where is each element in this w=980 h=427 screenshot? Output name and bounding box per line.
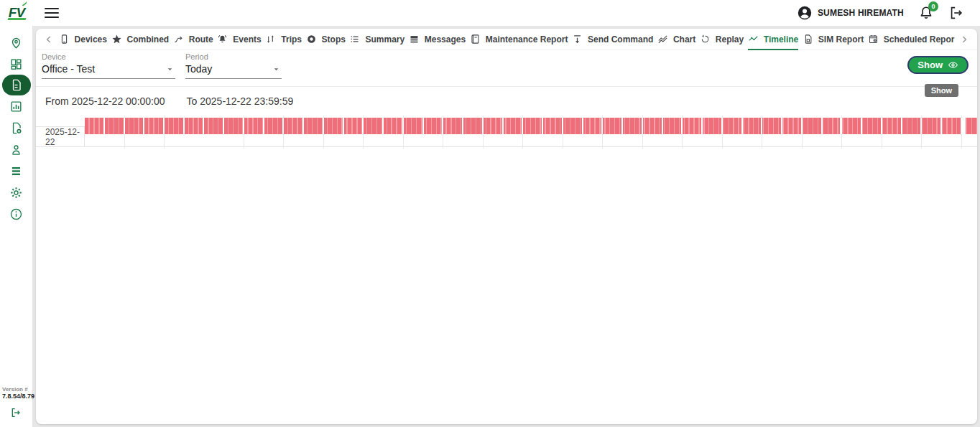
send-command-icon bbox=[572, 34, 583, 44]
version-info: Version # 7.8.54/8.79 bbox=[2, 386, 34, 400]
tab-label: Replay bbox=[716, 34, 744, 44]
combined-icon bbox=[111, 34, 122, 44]
chevron-down-icon bbox=[272, 65, 280, 73]
info-icon bbox=[9, 207, 23, 221]
gear-icon bbox=[9, 186, 23, 200]
period-select-value: Today bbox=[185, 63, 212, 75]
main-background: Devices Combined Route Events Trips Stop… bbox=[33, 26, 980, 427]
pin-icon bbox=[9, 36, 23, 50]
timeline-activity-bar bbox=[85, 118, 977, 134]
avatar-icon bbox=[797, 5, 813, 21]
tab-chart[interactable]: Chart bbox=[657, 29, 695, 50]
user-menu[interactable]: SUMESH HIREMATH bbox=[797, 5, 904, 21]
tab-label: Events bbox=[233, 34, 261, 44]
tab-label: SIM Report bbox=[818, 34, 864, 44]
tab-scheduled-repor[interactable]: Scheduled Repor bbox=[868, 29, 955, 50]
tab-sim-report[interactable]: SIM Report bbox=[803, 29, 864, 50]
tab-label: Maintenance Report bbox=[486, 34, 568, 44]
user-name: SUMESH HIREMATH bbox=[818, 8, 904, 18]
tab-replay[interactable]: Replay bbox=[700, 29, 744, 50]
tab-label: Messages bbox=[425, 34, 466, 44]
eye-icon bbox=[948, 60, 958, 70]
sidebar-item-account[interactable] bbox=[2, 139, 31, 160]
devices-icon bbox=[59, 34, 70, 44]
version-label: Version # bbox=[2, 386, 34, 393]
report-gear-icon bbox=[9, 121, 23, 135]
timeline-date-label: 2025-12-22 bbox=[36, 127, 85, 146]
tab-label: Scheduled Repor bbox=[884, 34, 955, 44]
tab-timeline[interactable]: Timeline bbox=[748, 29, 798, 50]
tab-label: Stops bbox=[322, 34, 346, 44]
menu-toggle-icon[interactable] bbox=[45, 5, 59, 21]
document-icon bbox=[9, 78, 23, 92]
tab-messages[interactable]: Messages bbox=[409, 29, 466, 50]
app-logo[interactable]: FV bbox=[0, 0, 33, 26]
device-select-value: Office - Test bbox=[42, 63, 95, 75]
maintenance-report-icon bbox=[470, 34, 481, 44]
tab-summary[interactable]: Summary bbox=[349, 29, 405, 50]
tab-trips[interactable]: Trips bbox=[265, 29, 302, 50]
sidebar-item-settings[interactable] bbox=[2, 182, 31, 203]
timeline-axis bbox=[85, 153, 977, 164]
show-button-label: Show bbox=[917, 60, 943, 70]
tab-label: Route bbox=[189, 34, 213, 44]
person-icon bbox=[9, 143, 23, 156]
period-select-label: Period bbox=[185, 52, 282, 61]
logout-icon[interactable] bbox=[948, 5, 964, 21]
sidebar-item-list[interactable] bbox=[2, 160, 31, 182]
version-value: 7.8.54/8.79 bbox=[2, 393, 34, 400]
tab-route[interactable]: Route bbox=[173, 29, 213, 50]
tab-label: Devices bbox=[75, 34, 107, 44]
report-tabbar: Devices Combined Route Events Trips Stop… bbox=[36, 29, 977, 50]
sidebar-item-about[interactable] bbox=[2, 203, 31, 225]
sidebar-item-reports[interactable] bbox=[2, 75, 31, 95]
tab-label: Chart bbox=[673, 34, 695, 44]
tab-send-command[interactable]: Send Command bbox=[572, 29, 653, 50]
timeline-icon bbox=[748, 34, 759, 44]
notifications-bell-icon[interactable]: 0 bbox=[918, 5, 934, 21]
sidebar-item-charts[interactable] bbox=[2, 95, 31, 117]
tabs-scroll-left-icon[interactable] bbox=[43, 34, 55, 45]
chart-box-icon bbox=[9, 100, 23, 113]
events-icon bbox=[217, 34, 228, 44]
timeline-bar-gap bbox=[840, 118, 842, 134]
show-button[interactable]: Show bbox=[907, 56, 969, 74]
sidebar: Version # 7.8.54/8.79 bbox=[0, 26, 33, 427]
tab-events[interactable]: Events bbox=[217, 29, 261, 50]
notification-count-badge: 0 bbox=[928, 1, 938, 11]
device-select[interactable]: Device Office - Test bbox=[42, 52, 175, 79]
tab-stops[interactable]: Stops bbox=[306, 29, 346, 50]
topbar: FV SUMESH HIREMATH 0 bbox=[0, 0, 980, 26]
tab-label: Summary bbox=[365, 34, 405, 44]
dashboard-icon bbox=[9, 57, 23, 71]
filter-row: Device Office - Test Period Today bbox=[36, 50, 977, 86]
sidebar-item-map[interactable] bbox=[2, 32, 31, 53]
scheduled-report-icon bbox=[868, 34, 879, 44]
logo-text: FV bbox=[9, 5, 24, 21]
tab-label: Trips bbox=[281, 34, 302, 44]
summary-icon bbox=[349, 34, 360, 44]
tab-label: Combined bbox=[127, 34, 170, 44]
list-icon bbox=[9, 164, 23, 178]
sidebar-item-report-settings[interactable] bbox=[2, 117, 31, 139]
route-icon bbox=[173, 34, 184, 44]
range-from: From 2025-12-22 00:00:00 bbox=[45, 95, 165, 107]
tab-combined[interactable]: Combined bbox=[111, 29, 170, 50]
show-tooltip: Show bbox=[925, 84, 958, 97]
stops-icon bbox=[306, 34, 317, 44]
period-select[interactable]: Period Today bbox=[185, 52, 282, 79]
sidebar-item-dashboard[interactable] bbox=[2, 53, 31, 75]
messages-icon bbox=[409, 34, 420, 44]
chart-icon bbox=[657, 34, 668, 44]
sim-report-icon bbox=[803, 34, 813, 44]
chevron-down-icon bbox=[166, 65, 174, 73]
device-select-label: Device bbox=[42, 52, 175, 61]
tab-maintenance-report[interactable]: Maintenance Report bbox=[470, 29, 568, 50]
trips-icon bbox=[265, 34, 276, 44]
date-range-row: From 2025-12-22 00:00:00 To 2025-12-22 2… bbox=[36, 87, 977, 116]
tab-devices[interactable]: Devices bbox=[59, 29, 107, 50]
content-card: Devices Combined Route Events Trips Stop… bbox=[36, 29, 977, 424]
sidebar-logout-icon[interactable] bbox=[10, 407, 22, 418]
range-to: To 2025-12-22 23:59:59 bbox=[187, 95, 294, 107]
tabs-scroll-right-icon[interactable] bbox=[958, 34, 970, 45]
